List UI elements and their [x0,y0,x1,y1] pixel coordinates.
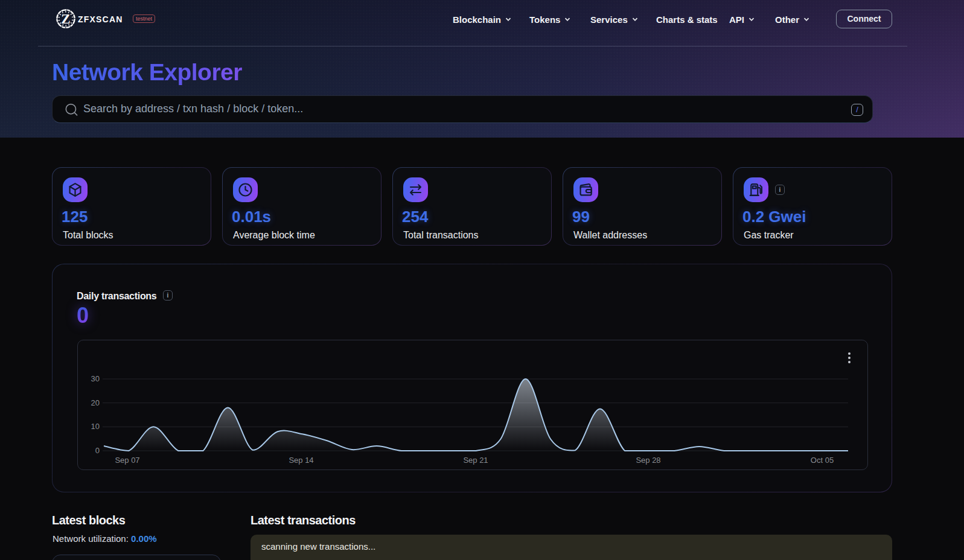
svg-text:Sep 14: Sep 14 [289,456,313,465]
svg-text:Sep 07: Sep 07 [115,456,139,465]
svg-text:10: 10 [91,422,100,431]
svg-text:Sep 21: Sep 21 [463,456,488,465]
svg-text:30: 30 [91,374,100,383]
svg-text:Oct 05: Oct 05 [811,456,834,465]
svg-text:0: 0 [95,446,100,455]
svg-text:Sep 28: Sep 28 [636,456,660,465]
svg-text:Z: Z [61,11,70,27]
svg-text:20: 20 [91,398,100,407]
